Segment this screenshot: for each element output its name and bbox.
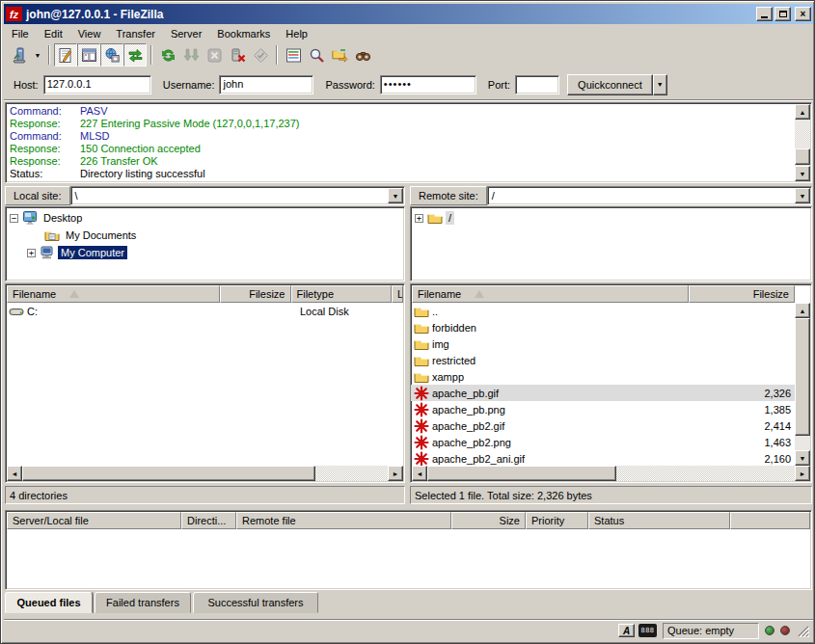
remote-file-row[interactable]: restricted [411, 352, 795, 368]
tab-failed-transfers[interactable]: Failed transfers [95, 592, 191, 613]
queue-header: Server/Local file Directi... Remote file… [7, 512, 810, 529]
filter-button[interactable] [282, 43, 305, 67]
column-size[interactable]: Size [451, 512, 526, 529]
disconnect-button[interactable] [226, 43, 249, 67]
maximize-button[interactable] [774, 7, 791, 21]
tree-item-desktop[interactable]: − Desktop [10, 209, 404, 227]
scroll-right-button[interactable]: ► [388, 466, 403, 481]
process-queue-button[interactable] [179, 43, 203, 67]
scrollbar-thumb[interactable] [795, 148, 810, 165]
remote-tree[interactable]: + / [410, 206, 812, 282]
remote-site-combo[interactable]: / ▼ [487, 186, 812, 205]
site-manager-button[interactable] [8, 43, 31, 67]
file-search-button[interactable] [305, 43, 328, 67]
menu-help[interactable]: Help [278, 27, 315, 40]
password-input[interactable]: •••••• [380, 75, 476, 94]
column-priority[interactable]: Priority [526, 512, 588, 529]
collapse-icon[interactable]: − [10, 214, 18, 223]
scrollbar-thumb[interactable] [427, 466, 616, 481]
toggle-transfer-queue-button[interactable] [123, 43, 147, 67]
quickconnect-button[interactable]: Quickconnect [567, 74, 653, 95]
column-direction[interactable]: Directi... [181, 512, 236, 529]
menu-view[interactable]: View [70, 27, 109, 40]
tree-item-root[interactable]: + / [415, 209, 811, 227]
scroll-down-button[interactable]: ▼ [795, 166, 810, 181]
log-line: Command:MLSD [8, 130, 811, 143]
remote-file-row[interactable]: apache_pb2_ani.gif2,160 [411, 450, 795, 467]
scroll-right-button[interactable]: ► [795, 466, 810, 481]
remote-file-list[interactable]: Filename Filesize .. forbidden img restr… [410, 283, 812, 483]
column-filename[interactable]: Filename [412, 285, 689, 303]
remote-file-row[interactable]: xampp [411, 368, 795, 385]
remote-file-row[interactable]: apache_pb.png1,385 [411, 401, 795, 417]
toggle-message-log-button[interactable] [54, 43, 77, 67]
title-bar[interactable]: fz john@127.0.0.1 - FileZilla × [4, 4, 813, 24]
quickconnect-bar: Host: 127.0.0.1 Username: john Password:… [4, 69, 813, 100]
directory-comparison-button[interactable] [328, 43, 351, 67]
column-filename[interactable]: Filename [7, 285, 220, 303]
menu-edit[interactable]: Edit [37, 27, 70, 40]
reconnect-button[interactable] [249, 43, 272, 67]
site-manager-dropdown-button[interactable]: ▼ [31, 43, 44, 67]
expand-icon[interactable]: + [27, 249, 36, 257]
speed-limit-icon[interactable]: 888 [638, 624, 657, 637]
remote-rows: .. forbidden img restricted xampp apache… [411, 303, 795, 467]
column-status[interactable]: Status [588, 512, 730, 529]
quickconnect-dropdown-button[interactable]: ▼ [653, 74, 667, 95]
remote-file-row[interactable]: apache_pb2.gif2,414 [411, 417, 795, 434]
combo-dropdown-button[interactable]: ▼ [795, 188, 810, 203]
column-remote-file[interactable]: Remote file [236, 512, 451, 529]
column-filler [730, 512, 810, 529]
menu-bookmarks[interactable]: Bookmarks [209, 27, 278, 40]
remote-hscrollbar[interactable]: ◄ ► [412, 466, 810, 481]
local-tree[interactable]: − Desktop My Documents + My Computer [5, 206, 405, 282]
local-file-list[interactable]: Filename Filesize Filetype L C: Local Di… [5, 283, 405, 483]
combo-dropdown-button[interactable]: ▼ [388, 188, 403, 203]
menu-file[interactable]: File [4, 27, 37, 40]
toggle-remote-tree-button[interactable] [100, 43, 123, 67]
scroll-left-button[interactable]: ◄ [412, 466, 427, 481]
local-hscrollbar[interactable]: ◄ ► [7, 466, 403, 481]
expand-icon[interactable]: + [415, 214, 423, 223]
resize-grip[interactable] [796, 624, 809, 637]
refresh-button[interactable] [156, 43, 179, 67]
remote-file-row[interactable]: .. [411, 303, 795, 319]
remote-file-row[interactable]: forbidden [411, 319, 795, 335]
scroll-down-button[interactable]: ▼ [795, 450, 810, 466]
remote-vscrollbar[interactable]: ▲ ▼ [795, 303, 810, 466]
message-log[interactable]: Command:PASV Response:227 Entering Passi… [5, 102, 812, 183]
toggle-local-tree-button[interactable] [77, 43, 100, 67]
scroll-up-button[interactable]: ▲ [795, 303, 810, 318]
column-last-modified[interactable]: L [392, 285, 403, 303]
tree-item-my-computer[interactable]: + My Computer [10, 244, 404, 261]
remote-file-row-selected[interactable]: apache_pb.gif2,326 [411, 385, 795, 401]
column-filetype[interactable]: Filetype [291, 285, 392, 303]
transfer-queue[interactable]: Server/Local file Directi... Remote file… [5, 510, 812, 590]
scrollbar-thumb[interactable] [795, 318, 810, 436]
port-input[interactable] [515, 75, 559, 94]
scroll-up-button[interactable]: ▲ [795, 104, 810, 120]
column-filesize[interactable]: Filesize [220, 285, 291, 303]
remote-file-row[interactable]: img [411, 335, 795, 352]
remote-status-bar: Selected 1 file. Total size: 2,326 bytes [410, 486, 812, 504]
scroll-left-button[interactable]: ◄ [7, 466, 22, 481]
tree-item-my-documents[interactable]: My Documents [10, 227, 404, 244]
synchronized-browsing-button[interactable] [351, 43, 374, 67]
username-input[interactable]: john [219, 75, 313, 94]
remote-file-row[interactable]: apache_pb2.png1,463 [411, 434, 795, 450]
cancel-operation-button[interactable] [203, 43, 226, 67]
close-button[interactable]: × [795, 7, 811, 21]
local-file-row[interactable]: C: Local Disk [6, 303, 404, 319]
transfer-type-icon[interactable]: A [618, 624, 635, 637]
host-input[interactable]: 127.0.0.1 [43, 75, 151, 94]
log-scrollbar[interactable]: ▲ ▼ [795, 104, 810, 181]
local-site-combo[interactable]: \ ▼ [70, 186, 405, 205]
menu-server[interactable]: Server [163, 27, 209, 40]
tab-successful-transfers[interactable]: Successful transfers [193, 592, 318, 613]
menu-transfer[interactable]: Transfer [108, 27, 163, 40]
minimize-button[interactable] [756, 7, 773, 21]
tab-queued-files[interactable]: Queued files [5, 592, 93, 613]
column-filesize[interactable]: Filesize [689, 285, 795, 303]
scrollbar-thumb[interactable] [22, 466, 315, 481]
column-server-local-file[interactable]: Server/Local file [7, 512, 181, 529]
